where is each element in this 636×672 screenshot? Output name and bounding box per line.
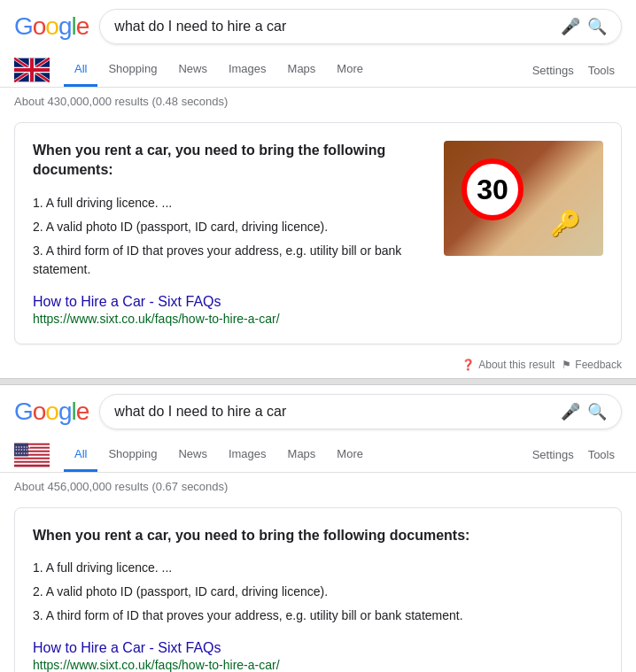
uk-result-card: When you rent a car, you need to bring t… — [14, 122, 622, 344]
tools-us[interactable]: Tools — [581, 439, 622, 470]
tab-shopping-us[interactable]: Shopping — [97, 438, 167, 472]
list-item: A third form of ID that proves your addr… — [33, 239, 430, 282]
us-section: Google what do I need to hire a car 🎤 🔍 … — [0, 385, 636, 672]
tab-news-uk[interactable]: News — [167, 53, 218, 87]
speed-sign: 30 — [461, 158, 524, 220]
settings-us[interactable]: Settings — [525, 439, 581, 470]
uk-search-bar[interactable]: what do I need to hire a car 🎤 🔍 — [99, 9, 622, 44]
us-result-list: A full driving licence. ... A valid phot… — [33, 556, 603, 628]
us-results-count: About 456,000,000 results (0.67 seconds) — [0, 473, 636, 500]
question-icon: ❓ — [461, 359, 475, 371]
result-image: 30 🔑 — [444, 141, 603, 256]
feedback-text[interactable]: Feedback — [575, 359, 622, 371]
mic-icon[interactable]: 🎤 — [561, 17, 580, 36]
us-mic-icon[interactable]: 🎤 — [561, 402, 580, 421]
tools-uk[interactable]: Tools — [581, 55, 622, 86]
svg-text:★★★★★: ★★★★★ — [15, 448, 28, 452]
uk-result-text: When you rent a car, you need to bring t… — [33, 141, 430, 326]
tab-maps-uk[interactable]: Maps — [277, 53, 327, 87]
uk-result-list: A full driving licence. ... A valid phot… — [33, 191, 430, 282]
uk-result-link[interactable]: How to Hire a Car - Sixt FAQs https://ww… — [33, 294, 430, 326]
uk-results-count: About 430,000,000 results (0.48 seconds) — [0, 88, 636, 115]
us-nav: ★★★★★★ ★★★★★ ★★★★★★ All Shopping News Im… — [0, 438, 636, 473]
list-item: A third form of ID that proves your addr… — [33, 604, 603, 628]
tab-more-us[interactable]: More — [326, 438, 374, 472]
list-item: A valid photo ID (passport, ID card, dri… — [33, 215, 430, 239]
uk-nav: All Shopping News Images Maps More Setti… — [0, 53, 636, 88]
us-header: Google what do I need to hire a car 🎤 🔍 — [0, 385, 636, 438]
google-logo[interactable]: Google — [14, 12, 89, 41]
about-result-link[interactable]: ❓ About this result — [461, 359, 555, 371]
us-result-link[interactable]: How to Hire a Car - Sixt FAQs https://ww… — [33, 640, 603, 672]
uk-search-input[interactable]: what do I need to hire a car — [114, 19, 554, 35]
uk-result-title: When you rent a car, you need to bring t… — [33, 141, 430, 181]
feedback-link[interactable]: ⚑ Feedback — [562, 359, 622, 371]
svg-rect-6 — [14, 459, 50, 460]
uk-flag — [14, 58, 50, 82]
us-result-title: When you rent a car, you need to bring t… — [33, 526, 603, 545]
car-key-icon: 🔑 — [550, 209, 581, 238]
tab-maps-us[interactable]: Maps — [277, 438, 327, 472]
us-search-icon[interactable]: 🔍 — [587, 402, 607, 421]
svg-text:★★★★★★: ★★★★★★ — [15, 451, 31, 454]
us-search-bar[interactable]: what do I need to hire a car 🎤 🔍 — [99, 394, 622, 429]
flag-feedback-icon: ⚑ — [562, 359, 571, 371]
us-result-url: https://www.sixt.co.uk/faqs/how-to-hire-… — [33, 658, 603, 672]
us-result-card: When you rent a car, you need to bring t… — [14, 507, 622, 672]
list-item: A valid photo ID (passport, ID card, dri… — [33, 580, 603, 604]
uk-header: Google what do I need to hire a car 🎤 🔍 — [0, 0, 636, 53]
tab-news-us[interactable]: News — [167, 438, 218, 472]
list-item: A full driving licence. ... — [33, 556, 603, 580]
uk-section: Google what do I need to hire a car 🎤 🔍 … — [0, 0, 636, 378]
uk-feedback-bar: ❓ About this result ⚑ Feedback — [0, 355, 636, 378]
settings-uk[interactable]: Settings — [525, 55, 581, 86]
us-google-logo[interactable]: Google — [14, 398, 89, 426]
us-result-link-text[interactable]: How to Hire a Car - Sixt FAQs — [33, 640, 221, 655]
us-flag: ★★★★★★ ★★★★★ ★★★★★★ — [14, 443, 50, 467]
tab-all-uk[interactable]: All — [64, 53, 97, 87]
uk-result-url: https://www.sixt.co.uk/faqs/how-to-hire-… — [33, 312, 430, 326]
tab-more-uk[interactable]: More — [326, 53, 374, 87]
tab-shopping-uk[interactable]: Shopping — [97, 53, 167, 87]
about-result-text[interactable]: About this result — [478, 359, 555, 371]
tab-images-us[interactable]: Images — [218, 438, 277, 472]
tab-all-us[interactable]: All — [64, 438, 97, 472]
list-item: A full driving licence. ... — [33, 191, 430, 215]
uk-result-link-text[interactable]: How to Hire a Car - Sixt FAQs — [33, 294, 221, 309]
section-divider — [0, 378, 636, 385]
svg-rect-7 — [14, 462, 50, 464]
tab-images-uk[interactable]: Images — [218, 53, 277, 87]
svg-text:★★★★★★: ★★★★★★ — [15, 445, 31, 449]
search-icon[interactable]: 🔍 — [587, 17, 607, 36]
us-search-input[interactable]: what do I need to hire a car — [114, 404, 554, 420]
